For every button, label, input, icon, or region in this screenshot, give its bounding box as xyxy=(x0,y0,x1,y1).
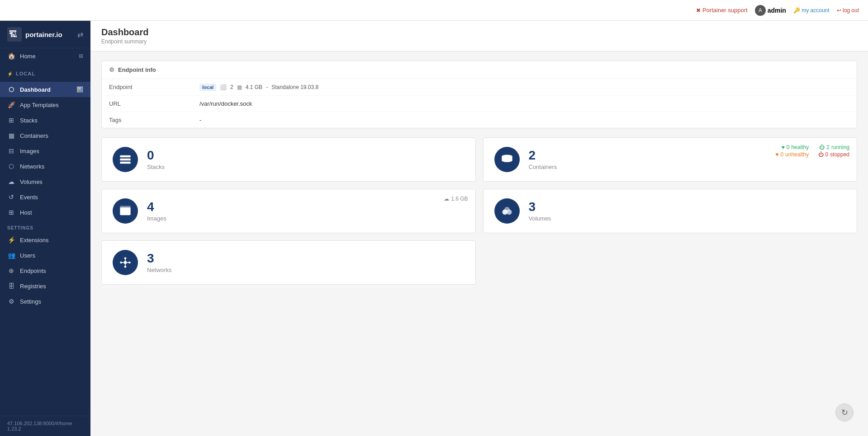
portainer-support-link[interactable]: Portainer support xyxy=(696,7,748,14)
top-bar: Portainer support A admin 🔑 my account ↩… xyxy=(0,0,868,21)
events-label: Events xyxy=(20,194,38,201)
home-label: Home xyxy=(20,53,36,60)
my-account-link[interactable]: 🔑 my account xyxy=(793,7,830,14)
images-label: Images xyxy=(20,148,39,155)
svg-point-13 xyxy=(120,262,122,264)
home-icon: 🏠 xyxy=(7,52,15,60)
unhealthy-stat: ♥ 0 unhealthy xyxy=(775,151,809,158)
stacks-info: 0 Stacks xyxy=(147,149,165,170)
sidebar-item-stacks[interactable]: ⊞ Stacks xyxy=(0,113,90,128)
admin-name: admin xyxy=(768,7,786,14)
app-body: 🏗 portainer.io ⇄ 🏠 Home ⊞ LOCAL ⬡ Dashbo… xyxy=(0,21,868,436)
sidebar-item-dashboard[interactable]: ⬡ Dashboard 📊 xyxy=(0,82,90,97)
logo-text: portainer.io xyxy=(25,31,62,38)
dashboard-label: Dashboard xyxy=(20,86,51,93)
containers-card[interactable]: 2 Containers ♥ 0 healthy ⏻ 2 xyxy=(483,137,858,182)
portainer-logo-icon: 🏗 xyxy=(7,27,22,42)
footer-version: 1.23.2 xyxy=(7,426,21,431)
svg-point-12 xyxy=(124,261,127,264)
stacks-icon-circle xyxy=(113,147,138,172)
top-bar-right: Portainer support A admin 🔑 my account ↩… xyxy=(696,5,859,16)
sidebar-item-networks[interactable]: ⬡ Networks xyxy=(0,159,90,174)
logout-link[interactable]: ↩ log out xyxy=(837,7,859,14)
endpoint-info-card: ⚙ Endpoint info Endpoint local ⬜ 2 ▦ 4.1… xyxy=(101,61,857,128)
networks-card[interactable]: 3 Networks xyxy=(101,240,476,285)
sidebar-item-app-templates[interactable]: 🚀 App Templates xyxy=(0,97,90,113)
url-row: URL /var/run/docker.sock xyxy=(102,96,857,112)
dashboard-grid: 0 Stacks 2 Containers xyxy=(101,137,857,285)
sidebar-logo: 🏗 portainer.io ⇄ xyxy=(0,21,90,48)
endpoint-separator: - xyxy=(266,84,268,90)
refresh-button[interactable]: ↻ xyxy=(835,403,854,422)
stacks-label: Stacks xyxy=(20,117,38,124)
sidebar-item-endpoints[interactable]: ⊕ Endpoints xyxy=(0,263,90,278)
events-icon: ↺ xyxy=(7,193,15,201)
url-field-label: URL xyxy=(102,96,192,112)
volumes-card[interactable]: 3 Volumes xyxy=(483,189,858,233)
endpoint-label: LOCAL xyxy=(7,67,83,78)
sidebar-item-volumes[interactable]: ☁ Volumes xyxy=(0,174,90,189)
url-field-value: /var/run/docker.sock xyxy=(192,96,259,112)
svg-point-16 xyxy=(124,266,127,268)
running-count: 2 xyxy=(826,144,830,150)
endpoint-version: Standalone 19.03.8 xyxy=(271,84,318,90)
stacks-count: 0 xyxy=(147,149,165,162)
unhealthy-label: unhealthy xyxy=(785,151,809,158)
host-icon: ⊞ xyxy=(7,209,15,216)
info-table: Endpoint local ⬜ 2 ▦ 4.1 GB - Standalone… xyxy=(102,79,857,128)
sidebar-item-host[interactable]: ⊞ Host xyxy=(0,205,90,220)
networks-icon-circle xyxy=(113,250,138,275)
endpoint-name-badge: local xyxy=(199,84,216,91)
info-card-title: Endpoint info xyxy=(118,66,156,73)
users-label: Users xyxy=(20,252,35,259)
containers-svg-icon xyxy=(501,153,513,166)
stacks-card[interactable]: 0 Stacks xyxy=(101,137,476,182)
networks-label: Networks xyxy=(147,267,171,273)
sidebar-item-users[interactable]: 👥 Users xyxy=(0,248,90,263)
images-info: 4 Images xyxy=(147,201,166,222)
networks-svg-icon xyxy=(119,256,132,269)
volumes-icon-circle xyxy=(494,198,520,224)
settings-label: Settings xyxy=(20,298,41,305)
app-templates-label: App Templates xyxy=(20,102,59,108)
heart-icon: ♥ xyxy=(782,144,785,150)
settings-icon: ⚙ xyxy=(7,298,15,305)
sidebar-item-home[interactable]: 🏠 Home ⊞ xyxy=(0,48,90,64)
images-icon-circle xyxy=(113,198,138,224)
networks-label: Networks xyxy=(20,163,44,170)
sidebar-item-extensions[interactable]: ⚡ Extensions xyxy=(0,232,90,248)
stacks-label: Stacks xyxy=(147,164,165,170)
healthy-stat: ♥ 0 healthy xyxy=(775,144,809,150)
sidebar-item-settings[interactable]: ⚙ Settings xyxy=(0,294,90,309)
admin-section: A admin xyxy=(755,5,786,16)
containers-count: 2 xyxy=(529,149,557,162)
admin-initial: A xyxy=(759,7,762,14)
containers-icon-circle xyxy=(494,147,520,172)
volumes-info: 3 Volumes xyxy=(529,201,551,222)
images-card[interactable]: 4 Images ☁ 1.6 GB xyxy=(101,189,476,233)
running-label: running xyxy=(831,144,849,150)
sidebar-item-containers[interactable]: ▦ Containers xyxy=(0,128,90,143)
extensions-label: Extensions xyxy=(20,237,49,244)
networks-info: 3 Networks xyxy=(147,252,171,273)
stacks-svg-icon xyxy=(119,153,132,166)
volumes-svg-icon xyxy=(501,205,513,217)
tags-row: Tags - xyxy=(102,112,857,128)
info-card-header: ⚙ Endpoint info xyxy=(102,61,857,79)
sidebar-item-images[interactable]: ⊟ Images xyxy=(0,143,90,159)
page-subtitle: Endpoint summary xyxy=(101,38,857,45)
containers-icon: ▦ xyxy=(7,132,15,139)
registries-label: Registries xyxy=(20,283,46,290)
stopped-stat: ⏻ 0 stopped xyxy=(816,151,849,158)
mem-icon: ▦ xyxy=(237,84,242,90)
sidebar-item-events[interactable]: ↺ Events xyxy=(0,189,90,205)
page-header: Dashboard Endpoint summary xyxy=(90,21,868,52)
warning-icon: ♥ xyxy=(775,151,778,158)
svg-rect-3 xyxy=(120,159,130,161)
images-icon: ⊟ xyxy=(7,147,15,155)
healthy-count: 0 xyxy=(787,144,790,150)
images-svg-icon xyxy=(119,205,132,217)
extensions-icon: ⚡ xyxy=(7,236,15,244)
sidebar-item-registries[interactable]: 🗄 Registries xyxy=(0,278,90,294)
transfer-icon[interactable]: ⇄ xyxy=(77,30,83,39)
